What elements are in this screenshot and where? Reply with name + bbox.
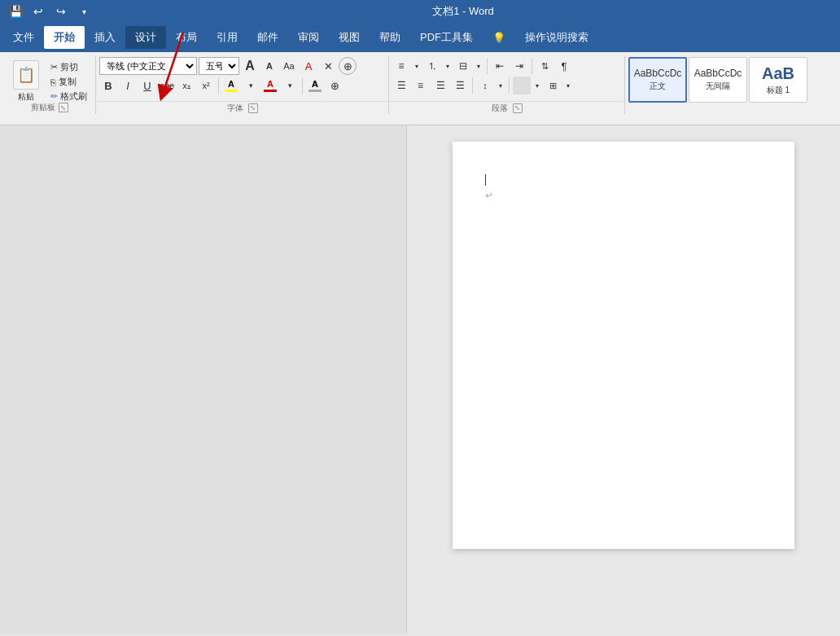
bullet-list-button[interactable]: ≡ xyxy=(392,57,410,75)
para-sep3 xyxy=(472,77,473,94)
change-case-button[interactable]: Aa xyxy=(280,57,298,75)
redo-icon[interactable]: ↪ xyxy=(52,2,70,20)
styles-group: AaBbCcDc 正文 AaBbCcDc 无间隔 AaB 标题 1 xyxy=(625,55,811,114)
ribbon: 📋 粘贴 ✂ 剪切 ⎘ 复制 ✏ 格式刷 剪贴板 ⤡ xyxy=(0,52,840,125)
menu-bar: 文件 开始 插入 设计 布局 引用 邮件 审阅 视图 帮助 PDF工具集 💡 操… xyxy=(0,23,840,52)
menu-search[interactable]: 操作说明搜索 xyxy=(515,26,598,49)
copy-label: 复制 xyxy=(59,76,77,88)
menu-insert[interactable]: 插入 xyxy=(85,26,125,49)
save-icon[interactable]: 💾 xyxy=(7,2,24,20)
decrease-indent-button[interactable]: ⇤ xyxy=(491,57,509,75)
clipboard-label: 剪贴板 xyxy=(31,102,55,113)
para-sep1 xyxy=(487,58,488,74)
document-page[interactable]: ↵ xyxy=(453,142,794,549)
font-color-pick-button[interactable]: A xyxy=(300,57,317,75)
font-group: 等线 (中文正文 五号 A A Aa A ✕ ⊕ B I U abc x₂ x² xyxy=(96,55,389,114)
cut-icon: ✂ xyxy=(50,62,58,72)
strikethrough-button[interactable]: abc xyxy=(158,77,176,94)
clipboard-expand-button[interactable]: ⤡ xyxy=(59,103,68,112)
menu-home[interactable]: 开始 xyxy=(44,26,85,49)
show-marks-button[interactable]: ¶ xyxy=(555,57,573,75)
right-panel: ↵ xyxy=(407,125,840,634)
menu-design[interactable]: 设计 xyxy=(125,26,166,49)
align-right-button[interactable]: ☰ xyxy=(431,77,449,94)
menu-bulb[interactable]: 💡 xyxy=(483,26,515,49)
style-no-space[interactable]: AaBbCcDc 无间隔 xyxy=(689,57,747,103)
highlight-underline xyxy=(225,90,238,92)
clipboard-group: 📋 粘贴 ✂ 剪切 ⎘ 复制 ✏ 格式刷 剪贴板 ⤡ xyxy=(3,55,96,114)
cut-button[interactable]: ✂ 剪切 xyxy=(47,60,90,74)
copy-button[interactable]: ⎘ 复制 xyxy=(47,75,90,89)
left-panel xyxy=(0,125,407,634)
shading-dropdown[interactable]: ▾ xyxy=(532,77,542,94)
justify-button[interactable]: ☰ xyxy=(451,77,469,94)
highlight-dropdown-button[interactable]: ▾ xyxy=(242,77,260,94)
font-label: 字体 xyxy=(227,103,243,114)
align-center-button[interactable]: ≡ xyxy=(412,77,430,94)
multilevel-list-button[interactable]: ⊟ xyxy=(454,57,472,75)
line-spacing-button[interactable]: ↕ xyxy=(476,77,494,94)
sort-button[interactable]: ⇅ xyxy=(536,57,553,75)
style-normal[interactable]: AaBbCcDc 正文 xyxy=(628,57,687,103)
line-spacing-dropdown[interactable]: ▾ xyxy=(496,77,505,94)
title-bar-left: 💾 ↩ ↪ ▾ xyxy=(7,2,93,20)
italic-button[interactable]: I xyxy=(119,77,137,94)
title-area: 文档1 - Word xyxy=(93,4,833,19)
style-heading1-preview: AaB xyxy=(762,64,794,83)
paste-icon: 📋 xyxy=(13,60,39,90)
highlight-color-button[interactable]: A xyxy=(222,77,240,94)
menu-file[interactable]: 文件 xyxy=(3,26,44,49)
borders-button[interactable]: ⊞ xyxy=(544,77,562,94)
text-effect-underline xyxy=(308,90,322,92)
font-separator xyxy=(218,77,219,94)
numbered-list-button[interactable]: ⒈ xyxy=(423,57,441,75)
font-color-button[interactable]: A xyxy=(261,77,279,94)
font-family-select[interactable]: 等线 (中文正文 xyxy=(99,57,197,75)
menu-view[interactable]: 视图 xyxy=(329,26,370,49)
font-extra-row2[interactable]: ⊕ xyxy=(326,77,343,94)
shading-button[interactable] xyxy=(513,77,531,94)
font-separator2 xyxy=(302,77,303,94)
numbered-list-dropdown[interactable]: ▾ xyxy=(443,57,453,75)
menu-pdf[interactable]: PDF工具集 xyxy=(410,26,483,49)
para-group-footer: 段落 ⤡ xyxy=(389,101,624,114)
font-size-select[interactable]: 五号 xyxy=(199,57,239,75)
font-grow-button[interactable]: A xyxy=(241,57,259,75)
clear-format-button[interactable]: ✕ xyxy=(319,57,337,75)
superscript-button[interactable]: x² xyxy=(197,77,215,94)
style-heading1[interactable]: AaB 标题 1 xyxy=(749,57,807,103)
menu-layout[interactable]: 布局 xyxy=(166,26,207,49)
menu-mailings[interactable]: 邮件 xyxy=(247,26,288,49)
menu-review[interactable]: 审阅 xyxy=(288,26,329,49)
font-group-footer: 字体 ⤡ xyxy=(96,101,388,114)
paste-button[interactable]: 📋 粘贴 xyxy=(8,59,44,104)
undo-icon[interactable]: ↩ xyxy=(29,2,47,20)
font-color-dropdown-button[interactable]: ▾ xyxy=(281,77,299,94)
multilevel-list-dropdown[interactable]: ▾ xyxy=(474,57,483,75)
font-shrink-button[interactable]: A xyxy=(260,57,278,75)
style-no-space-preview: AaBbCcDc xyxy=(694,68,742,79)
align-left-button[interactable]: ☰ xyxy=(392,77,410,94)
paragraph-mark-line: ↵ xyxy=(485,187,762,202)
bullet-list-dropdown[interactable]: ▾ xyxy=(412,57,422,75)
para-expand-button[interactable]: ⤡ xyxy=(513,103,523,113)
cut-label: 剪切 xyxy=(60,61,78,73)
style-normal-label: 正文 xyxy=(650,81,666,92)
borders-dropdown[interactable]: ▾ xyxy=(563,77,573,94)
underline-button[interactable]: U xyxy=(138,77,156,94)
text-effect-button[interactable]: A xyxy=(306,77,324,94)
cursor-line xyxy=(485,174,762,186)
menu-references[interactable]: 引用 xyxy=(207,26,247,49)
increase-indent-button[interactable]: ⇥ xyxy=(510,57,528,75)
menu-help[interactable]: 帮助 xyxy=(370,26,410,49)
title-bar: 💾 ↩ ↪ ▾ 文档1 - Word xyxy=(0,0,840,23)
font-expand-button[interactable]: ⤡ xyxy=(248,103,258,113)
ribbon-content: 📋 粘贴 ✂ 剪切 ⎘ 复制 ✏ 格式刷 剪贴板 ⤡ xyxy=(3,55,837,124)
more-qa-icon[interactable]: ▾ xyxy=(75,2,93,20)
subscript-button[interactable]: x₂ xyxy=(177,77,195,94)
font-extra-button[interactable]: ⊕ xyxy=(339,57,357,75)
clipboard-buttons: ✂ 剪切 ⎘ 复制 ✏ 格式刷 xyxy=(47,60,90,103)
bold-button[interactable]: B xyxy=(99,77,117,94)
para-row2: ☰ ≡ ☰ ☰ ↕ ▾ ▾ ⊞ ▾ xyxy=(392,77,621,94)
document-cursor: ↵ xyxy=(485,174,762,202)
